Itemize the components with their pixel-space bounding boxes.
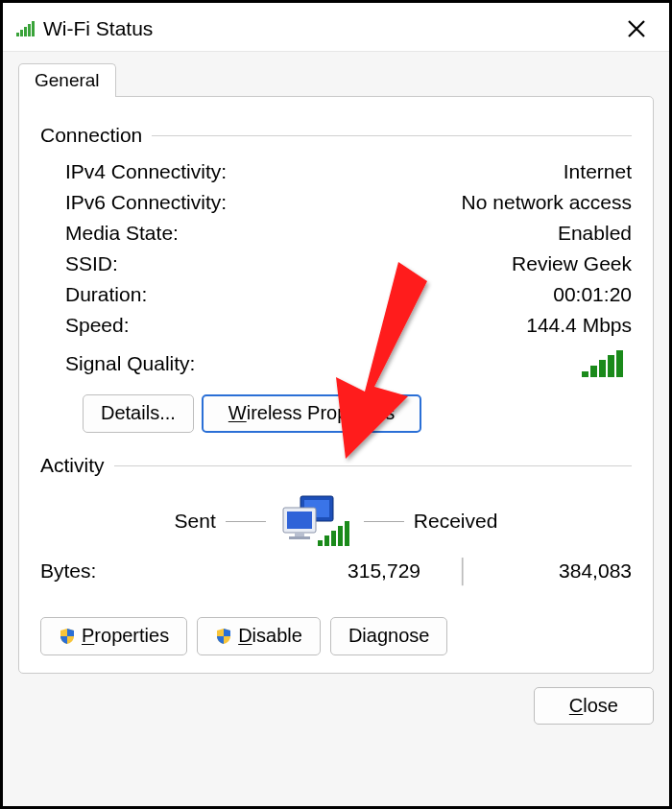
- signal-bars-icon: [582, 350, 626, 377]
- bytes-sent-value: 315,729: [296, 559, 420, 583]
- svg-rect-2: [24, 27, 27, 36]
- bytes-label: Bytes:: [40, 559, 96, 583]
- footer-buttons: Close: [18, 687, 654, 725]
- window-body: General Connection IPv4 Connectivity: In…: [3, 51, 669, 806]
- bytes-received-value: 384,083: [507, 559, 632, 583]
- activity-header-label: Activity: [40, 454, 105, 477]
- connection-header-label: Connection: [40, 124, 142, 147]
- svg-rect-1: [20, 30, 23, 36]
- wifi-icon: [16, 21, 36, 36]
- row-ipv4: IPv4 Connectivity: Internet: [40, 156, 632, 187]
- duration-label: Duration:: [65, 283, 147, 306]
- divider: [364, 521, 404, 522]
- divider: [114, 465, 632, 466]
- svg-rect-8: [608, 355, 614, 377]
- row-signal: Signal Quality:: [40, 350, 632, 377]
- svg-rect-18: [331, 531, 336, 546]
- row-duration: Duration: 00:01:20: [40, 279, 632, 310]
- svg-rect-20: [345, 521, 349, 546]
- svg-rect-16: [318, 540, 323, 546]
- sent-label: Sent: [175, 510, 216, 533]
- disable-label: Disable: [238, 625, 302, 647]
- window-close-button[interactable]: [617, 10, 656, 48]
- title-bar: Wi-Fi Status: [3, 3, 669, 51]
- media-label: Media State:: [65, 222, 179, 245]
- properties-label: Properties: [82, 625, 169, 647]
- details-button[interactable]: Details...: [83, 394, 194, 433]
- row-ipv6: IPv6 Connectivity: No network access: [40, 187, 632, 218]
- connection-header: Connection: [40, 124, 632, 147]
- svg-rect-17: [324, 535, 329, 546]
- svg-rect-15: [289, 536, 310, 539]
- properties-button[interactable]: Properties: [40, 617, 187, 655]
- tab-general[interactable]: General: [18, 63, 116, 97]
- divider: [226, 521, 266, 522]
- details-label: Details...: [101, 402, 176, 424]
- close-label: Close: [569, 695, 618, 717]
- ipv6-label: IPv6 Connectivity:: [65, 191, 227, 214]
- wireless-properties-label: Wireless Properties: [228, 402, 395, 424]
- ipv4-label: IPv4 Connectivity:: [65, 160, 227, 183]
- svg-rect-19: [338, 526, 343, 546]
- shield-icon: [59, 628, 76, 645]
- signal-label: Signal Quality:: [65, 352, 195, 375]
- svg-rect-6: [590, 366, 597, 377]
- window-title: Wi-Fi Status: [43, 17, 153, 40]
- received-label: Received: [414, 510, 498, 533]
- ipv4-value: Internet: [564, 160, 632, 183]
- svg-rect-14: [295, 533, 304, 536]
- wireless-properties-button[interactable]: Wireless Properties: [202, 394, 421, 433]
- speed-value: 144.4 Mbps: [526, 314, 632, 337]
- media-value: Enabled: [558, 222, 632, 245]
- activity-header: Activity: [40, 454, 632, 477]
- disable-button[interactable]: Disable: [197, 617, 321, 655]
- bytes-divider: │: [420, 558, 507, 584]
- speed-label: Speed:: [65, 314, 130, 337]
- ssid-label: SSID:: [65, 252, 118, 275]
- diagnose-label: Diagnose: [348, 625, 430, 647]
- activity-row: Sent Received: [40, 492, 632, 550]
- svg-rect-3: [28, 24, 31, 36]
- row-speed: Speed: 144.4 Mbps: [40, 310, 632, 341]
- shield-icon: [215, 628, 232, 645]
- duration-value: 00:01:20: [553, 283, 632, 306]
- divider: [152, 135, 632, 136]
- tab-panel-general: Connection IPv4 Connectivity: Internet I…: [18, 96, 654, 674]
- close-button[interactable]: Close: [534, 687, 654, 725]
- svg-rect-13: [287, 512, 312, 529]
- ssid-value: Review Geek: [512, 252, 632, 275]
- row-media: Media State: Enabled: [40, 218, 632, 249]
- svg-rect-4: [32, 21, 35, 36]
- activity-computers-icon: [276, 492, 354, 550]
- bytes-row: Bytes: 315,729 │ 384,083: [40, 558, 632, 584]
- svg-rect-9: [616, 350, 623, 377]
- activity-buttons: Properties Disable Diagnose: [40, 617, 632, 655]
- diagnose-button[interactable]: Diagnose: [330, 617, 448, 655]
- connection-buttons: Details... Wireless Properties: [83, 394, 632, 433]
- row-ssid: SSID: Review Geek: [40, 249, 632, 279]
- ipv6-value: No network access: [462, 191, 632, 214]
- svg-rect-0: [16, 33, 19, 36]
- tab-strip: General: [18, 63, 654, 96]
- svg-rect-5: [582, 371, 588, 377]
- svg-rect-7: [599, 360, 606, 377]
